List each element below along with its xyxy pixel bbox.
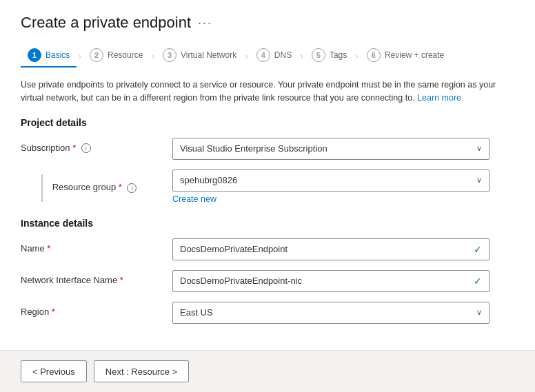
tab-review-label: Review + create [385,50,444,60]
tab-sep-5: › [355,50,359,61]
subscription-value: Visual Studio Enterprise Subscription [180,143,327,154]
page-container: Create a private endpoint ··· 1 Basics ›… [0,0,535,392]
resource-group-row: Resource group * i spehubrg0826 ∨ Create… [21,169,514,204]
page-title: Create a private endpoint [21,14,191,32]
nic-name-row: Network Interface Name * DocsDemoPrivate… [21,270,514,292]
tab-sep-3: › [245,50,248,61]
name-control-col: DocsDemoPrivateEndpoint ✓ [172,238,514,260]
region-row: Region * East US ∨ [21,302,514,324]
tab-resource[interactable]: 2 Resource [83,44,150,68]
tab-tags[interactable]: 5 Tags [305,44,354,68]
description-text: Use private endpoints to privately conne… [21,79,514,105]
tab-review-create[interactable]: 6 Review + create [360,44,451,68]
region-required: * [52,307,55,317]
nic-name-label: Network Interface Name * [21,275,123,285]
tab-virtual-network[interactable]: 3 Virtual Network [156,44,243,68]
name-required: * [47,243,50,254]
tab-resource-circle: 2 [90,48,103,62]
tab-sep-1: › [78,50,81,61]
create-new-link[interactable]: Create new [172,194,216,204]
nic-name-input[interactable]: DocsDemoPrivateEndpoint-nic ✓ [172,270,489,292]
tab-basics-label: Basics [46,50,70,60]
nic-name-required: * [120,275,123,285]
name-input[interactable]: DocsDemoPrivateEndpoint ✓ [172,238,489,260]
tab-sep-2: › [151,50,154,61]
tab-sep-4: › [300,50,303,61]
footer: < Previous Next : Resource > [0,350,535,392]
subscription-required: * [72,143,76,153]
tab-dns-label: DNS [274,50,292,60]
tab-basics[interactable]: 1 Basics [21,44,77,68]
resource-group-required: * [119,182,122,192]
region-label: Region * [21,307,55,317]
name-value: DocsDemoPrivateEndpoint [180,244,287,254]
tab-vnet-circle: 3 [163,48,176,62]
subscription-label-col: Subscription * i [21,138,172,154]
name-row: Name * DocsDemoPrivateEndpoint ✓ [21,238,514,260]
previous-button[interactable]: < Previous [21,360,87,382]
resource-group-dropdown[interactable]: spehubrg0826 ∨ [172,169,489,192]
tab-tags-label: Tags [330,50,347,60]
nic-name-valid-icon: ✓ [474,276,482,287]
next-button[interactable]: Next : Resource > [94,360,189,382]
page-title-area: Create a private endpoint ··· [21,14,514,32]
resource-group-control-col: spehubrg0826 ∨ Create new [172,169,514,204]
resource-group-value: spehubrg0826 [180,175,237,185]
tab-dns-circle: 4 [256,48,270,62]
project-details-header: Project details [21,117,514,128]
subscription-dropdown[interactable]: Visual Studio Enterprise Subscription ∨ [172,138,489,160]
tab-resource-label: Resource [108,50,143,60]
resource-group-chevron-icon: ∨ [476,176,482,185]
resource-group-label-col: Resource group * i [21,169,172,202]
subscription-info-icon[interactable]: i [81,143,91,153]
tab-basics-circle: 1 [28,48,41,62]
subscription-row: Subscription * i Visual Studio Enterpris… [21,138,514,160]
tab-tags-circle: 5 [312,48,325,62]
region-value: East US [180,307,213,318]
instance-details-header: Instance details [21,218,514,229]
name-label: Name * [21,243,50,254]
region-control-col: East US ∨ [172,302,514,324]
subscription-chevron-icon: ∨ [476,144,482,153]
name-label-col: Name * [21,238,172,254]
tabs-navigation: 1 Basics › 2 Resource › 3 Virtual Networ… [21,44,514,68]
nic-name-value: DocsDemoPrivateEndpoint-nic [180,276,302,286]
resource-group-info-icon[interactable]: i [127,183,137,193]
nic-name-control-col: DocsDemoPrivateEndpoint-nic ✓ [172,270,514,292]
main-content: Create a private endpoint ··· 1 Basics ›… [0,0,535,350]
subscription-control-col: Visual Studio Enterprise Subscription ∨ [172,138,514,160]
project-details-section: Project details Subscription * i Visual … [21,117,514,204]
tab-review-circle: 6 [367,48,381,62]
tab-dns[interactable]: 4 DNS [250,44,299,68]
resource-group-label: Resource group * i [52,182,137,192]
learn-more-link[interactable]: Learn more [417,93,461,103]
region-dropdown[interactable]: East US ∨ [172,302,489,324]
nic-name-label-col: Network Interface Name * [21,270,172,285]
region-label-col: Region * [21,302,172,317]
instance-details-section: Instance details Name * DocsDemoPrivateE… [21,218,514,324]
title-ellipsis: ··· [198,16,212,30]
subscription-label: Subscription * i [21,143,91,153]
region-chevron-icon: ∨ [476,308,482,317]
name-valid-icon: ✓ [474,244,482,255]
tab-vnet-label: Virtual Network [181,50,236,60]
